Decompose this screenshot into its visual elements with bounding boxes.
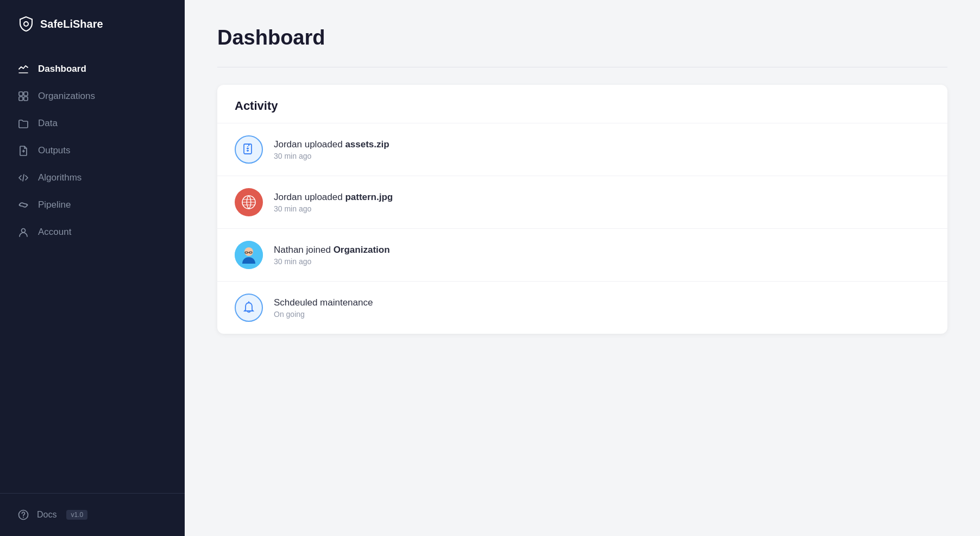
app-name: SafeLiShare	[40, 18, 103, 30]
activity-description-3: Nathan joined Organization	[274, 245, 390, 255]
page-header: Dashboard	[185, 0, 980, 67]
activity-description-2: Jordan uploaded pattern.jpg	[274, 192, 393, 203]
question-icon	[17, 509, 29, 521]
sidebar-item-outputs[interactable]: Outputs	[0, 137, 185, 164]
activity-avatar-4	[235, 294, 263, 322]
activity-time-2: 30 min ago	[274, 204, 393, 213]
activity-item-2: Jordan uploaded pattern.jpg 30 min ago	[217, 176, 947, 229]
grid-icon	[17, 90, 29, 102]
sidebar-footer: Docs v1.0	[0, 498, 185, 536]
app-logo: SafeLiShare	[0, 0, 185, 50]
activity-avatar-2	[235, 188, 263, 216]
sidebar: SafeLiShare Dashboard Org	[0, 0, 185, 536]
page-title: Dashboard	[217, 26, 947, 49]
page-divider	[217, 67, 947, 67]
activity-item-3: Nathan joined Organization 30 min ago	[217, 229, 947, 282]
activity-bold-1: assets.zip	[345, 139, 389, 149]
sidebar-divider	[0, 493, 185, 494]
sidebar-item-dashboard-label: Dashboard	[38, 64, 86, 74]
activity-item-1: Jordan uploaded assets.zip 30 min ago	[217, 123, 947, 176]
activity-time-4: On going	[274, 310, 373, 319]
svg-rect-3	[19, 97, 23, 101]
folder-icon	[17, 117, 29, 129]
activity-prefix-3: Nathan joined	[274, 245, 334, 255]
sidebar-item-dashboard[interactable]: Dashboard	[0, 55, 185, 83]
activity-bold-2: pattern.jpg	[345, 192, 393, 202]
code-icon	[17, 172, 29, 184]
activity-bold-3: Organization	[334, 245, 390, 255]
svg-point-7	[22, 229, 26, 233]
main-content: Dashboard Activity Jordan uploaded asset…	[185, 0, 980, 536]
activity-text-4: Schdeuled maintenance On going	[274, 297, 373, 319]
sidebar-nav: Dashboard Organizations Data	[0, 50, 185, 489]
sidebar-item-organizations[interactable]: Organizations	[0, 83, 185, 110]
sidebar-item-account-label: Account	[38, 227, 71, 238]
activity-prefix-4: Schdeuled maintenance	[274, 297, 373, 308]
file-out-icon	[17, 145, 29, 157]
activity-text-3: Nathan joined Organization 30 min ago	[274, 245, 390, 266]
shield-icon	[17, 15, 35, 33]
sidebar-item-algorithms-label: Algorithms	[38, 172, 81, 183]
activity-section-title: Activity	[217, 85, 947, 123]
svg-point-9	[23, 517, 24, 518]
svg-rect-4	[24, 97, 28, 101]
svg-point-5	[19, 204, 21, 206]
sidebar-item-pipeline[interactable]: Pipeline	[0, 191, 185, 219]
sidebar-item-algorithms[interactable]: Algorithms	[0, 164, 185, 191]
docs-label[interactable]: Docs	[37, 510, 56, 520]
activity-prefix-1: Jordan uploaded	[274, 139, 345, 149]
svg-point-6	[27, 204, 28, 206]
activity-time-1: 30 min ago	[274, 152, 390, 160]
activity-avatar-3	[235, 241, 263, 269]
activity-text-1: Jordan uploaded assets.zip 30 min ago	[274, 139, 390, 160]
sidebar-item-data-label: Data	[38, 118, 58, 129]
activity-description-1: Jordan uploaded assets.zip	[274, 139, 390, 150]
sidebar-item-outputs-label: Outputs	[38, 145, 71, 156]
activity-time-3: 30 min ago	[274, 257, 390, 266]
sidebar-item-data[interactable]: Data	[0, 110, 185, 137]
sidebar-item-account[interactable]: Account	[0, 219, 185, 246]
chart-icon	[17, 63, 29, 75]
version-badge: v1.0	[66, 510, 87, 520]
activity-description-4: Schdeuled maintenance	[274, 297, 373, 308]
sidebar-item-pipeline-label: Pipeline	[38, 200, 71, 210]
activity-prefix-2: Jordan uploaded	[274, 192, 345, 202]
svg-point-0	[24, 22, 28, 26]
user-icon	[17, 226, 29, 238]
activity-item-4: Schdeuled maintenance On going	[217, 282, 947, 334]
activity-card: Activity Jordan uploaded assets.zip 30 m…	[217, 85, 947, 334]
activity-text-2: Jordan uploaded pattern.jpg 30 min ago	[274, 192, 393, 213]
pipeline-icon	[17, 199, 29, 211]
svg-rect-2	[24, 92, 28, 96]
svg-rect-1	[19, 92, 23, 96]
activity-avatar-1	[235, 135, 263, 164]
sidebar-item-organizations-label: Organizations	[38, 91, 95, 102]
